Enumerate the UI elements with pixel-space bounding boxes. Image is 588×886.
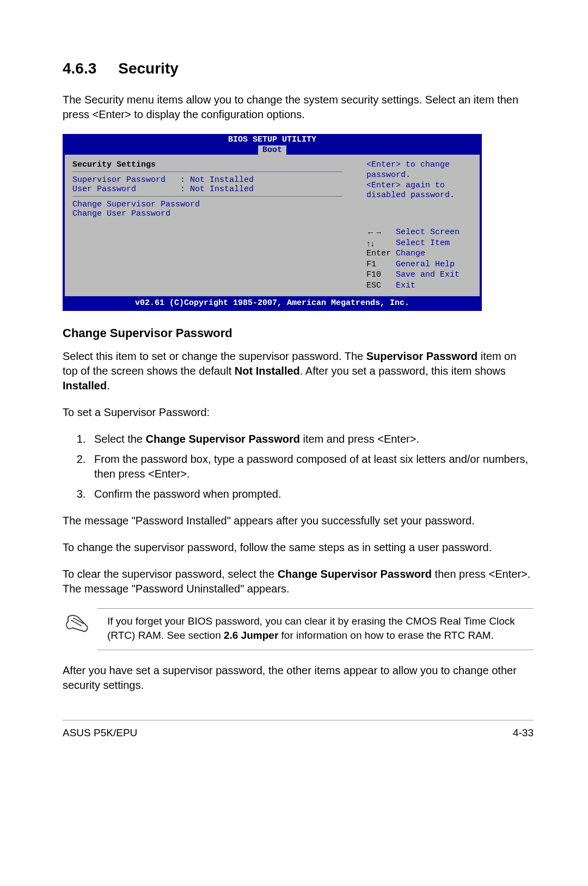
bios-tab-boot: Boot <box>258 145 286 155</box>
section-header: 4.6.3Security <box>63 60 534 77</box>
paragraph: Select this item to set or change the su… <box>63 349 534 393</box>
note-text: If you forget your BIOS password, you ca… <box>97 608 534 650</box>
bios-hint: <Enter> to change password. <Enter> agai… <box>366 160 475 201</box>
paragraph: After you have set a supervisor password… <box>63 663 534 693</box>
hand-note-icon <box>63 608 97 643</box>
bios-change-user: Change User Password <box>72 209 357 218</box>
steps-list: Select the Change Supervisor Password it… <box>63 432 534 502</box>
bios-utility-title: BIOS SETUP UTILITY <box>63 135 482 144</box>
footer-model: ASUS P5K/EPU <box>63 727 137 739</box>
paragraph: To clear the supervisor password, select… <box>63 567 534 596</box>
arrow-ud-icon: ↑↓ <box>366 238 396 249</box>
bios-nav-help: ←→Select Screen ↑↓Select Item EnterChang… <box>366 227 475 291</box>
bios-right-pane: <Enter> to change password. <Enter> agai… <box>364 155 480 296</box>
list-item: From the password box, type a password c… <box>89 452 534 481</box>
footer-page-number: 4-33 <box>513 727 534 739</box>
page-footer: ASUS P5K/EPU 4-33 <box>63 720 534 739</box>
arrow-lr-icon: ←→ <box>366 227 396 238</box>
paragraph: To set a Supervisor Password: <box>63 405 534 420</box>
bios-supervisor-row: Supervisor Password : Not Installed <box>72 175 357 185</box>
bios-left-pane: Security Settings Supervisor Password : … <box>65 155 364 296</box>
bios-screenshot: BIOS SETUP UTILITY Boot Security Setting… <box>63 134 482 311</box>
bios-user-row: User Password : Not Installed <box>72 185 357 194</box>
intro-paragraph: The Security menu items allow you to cha… <box>63 93 534 122</box>
section-number: 4.6.3 <box>63 60 96 77</box>
list-item: Select the Change Supervisor Password it… <box>89 432 534 447</box>
bios-footer: v02.61 (C)Copyright 1985-2007, American … <box>63 296 482 311</box>
divider <box>72 196 342 197</box>
paragraph: The message "Password Installed" appears… <box>63 514 534 528</box>
bios-change-supervisor: Change Supervisor Password <box>72 200 357 209</box>
bios-section-heading: Security Settings <box>72 160 357 169</box>
section-title: Security <box>118 60 179 77</box>
list-item: Confirm the password when prompted. <box>89 487 534 502</box>
divider <box>72 172 342 172</box>
bios-title-bar: BIOS SETUP UTILITY Boot <box>63 134 482 155</box>
paragraph: To change the supervisor password, follo… <box>63 540 534 555</box>
note-box: If you forget your BIOS password, you ca… <box>63 608 534 650</box>
sub-heading: Change Supervisor Password <box>63 326 534 340</box>
